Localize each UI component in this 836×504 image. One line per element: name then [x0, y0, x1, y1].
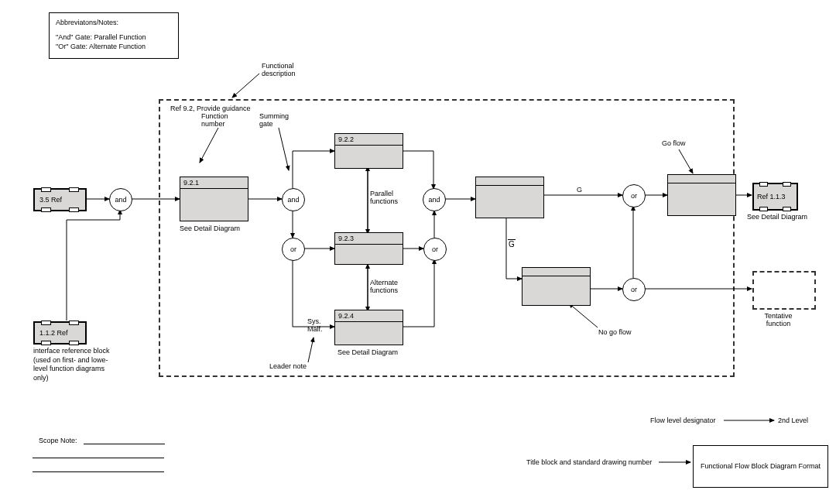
parallel-functions-label: Parallel functions: [370, 190, 407, 205]
second-level-label: 2nd Level: [778, 417, 808, 424]
label-summing-gate: Summing gate: [259, 112, 298, 128]
no-go-flow-label: No go flow: [598, 328, 632, 336]
scope-line-2: [33, 457, 164, 458]
label-ref-title: Ref 9.2, Provide guidance: [170, 105, 251, 112]
decision-block: [475, 177, 544, 218]
ref-3-5-label: 3.5 Ref: [35, 190, 85, 210]
gate-or-4: or: [622, 278, 646, 301]
see-detail-2: See Detail Diagram: [337, 348, 398, 356]
flow-level-designator-label: Flow level designator: [650, 417, 716, 424]
gate-and-1: and: [109, 188, 132, 211]
gbar-label: G: [508, 239, 516, 249]
notes-title: Abbreviatons/Notes:: [56, 18, 172, 28]
leader-note-label: Leader note: [269, 362, 307, 370]
gate-and-2: and: [282, 188, 305, 211]
gate-or-1-label: or: [290, 245, 296, 253]
gate-or-2-label: or: [432, 245, 438, 253]
title-block-text: Functional Flow Block Diagram Format: [701, 462, 821, 471]
ref-1-1-3-label: Ref 1.1.3: [754, 184, 797, 209]
interface-note: interface reference block (used on first…: [33, 347, 111, 383]
title-block: Functional Flow Block Diagram Format: [693, 445, 828, 488]
scope-line-3: [33, 471, 164, 472]
block-9-2-4: 9.2.4: [334, 310, 403, 345]
go-flow-block: [667, 174, 736, 216]
label-functional-description: Functional description: [262, 62, 308, 77]
go-flow-label: Go flow: [662, 139, 686, 147]
label-function-number: Function number: [201, 112, 236, 128]
scope-line-1: [84, 443, 165, 444]
see-detail-1: See Detail Diagram: [180, 225, 240, 232]
notes-line1: "And" Gate: Parallel Function: [56, 33, 172, 43]
functional-frame: [159, 99, 735, 377]
block-9-2-2: 9.2.2: [334, 133, 403, 169]
tentative-function-block: [752, 271, 816, 310]
notes-box: Abbreviatons/Notes: "And" Gate: Parallel…: [49, 12, 179, 59]
nogo-block: [522, 267, 591, 306]
gate-and-1-label: and: [115, 196, 126, 204]
gate-or-3-label: or: [631, 192, 637, 200]
ref-block-3-5: 3.5 Ref: [33, 188, 87, 211]
gate-or-1: or: [282, 238, 305, 261]
gate-and-3-label: and: [428, 196, 440, 204]
ref-1-1-2-label: 1.1.2 Ref: [35, 323, 85, 343]
gate-or-3: or: [622, 184, 646, 207]
diagram-canvas: Abbreviatons/Notes: "And" Gate: Parallel…: [0, 0, 836, 504]
sys-malf-label: Sys. Malf.: [307, 317, 332, 333]
ref-block-1-1-3: Ref 1.1.3: [752, 183, 798, 211]
block-9-2-3-hdr: 9.2.3: [335, 233, 403, 245]
block-9-2-1-hdr: 9.2.1: [180, 177, 248, 189]
block-9-2-3: 9.2.3: [334, 232, 403, 265]
block-9-2-2-hdr: 9.2.2: [335, 134, 403, 146]
scope-note-label: Scope Note:: [39, 437, 77, 444]
gate-or-2: or: [423, 238, 447, 261]
ref-block-1-1-2: 1.1.2 Ref: [33, 321, 87, 345]
alternate-functions-label: Alternate functions: [370, 279, 407, 294]
gate-or-4-label: or: [631, 286, 637, 293]
gate-and-3: and: [423, 188, 446, 211]
notes-line2: "Or" Gate: Alternate Function: [56, 42, 172, 52]
tentative-function-label: Tentative function: [757, 312, 800, 327]
title-block-note: Title block and standard drawing number: [526, 458, 652, 466]
see-detail-3: See Detail Diagram: [747, 213, 807, 221]
gate-and-2-label: and: [287, 196, 299, 204]
g-label: G: [577, 186, 582, 194]
block-9-2-1: 9.2.1: [180, 177, 248, 221]
block-9-2-4-hdr: 9.2.4: [335, 310, 403, 322]
